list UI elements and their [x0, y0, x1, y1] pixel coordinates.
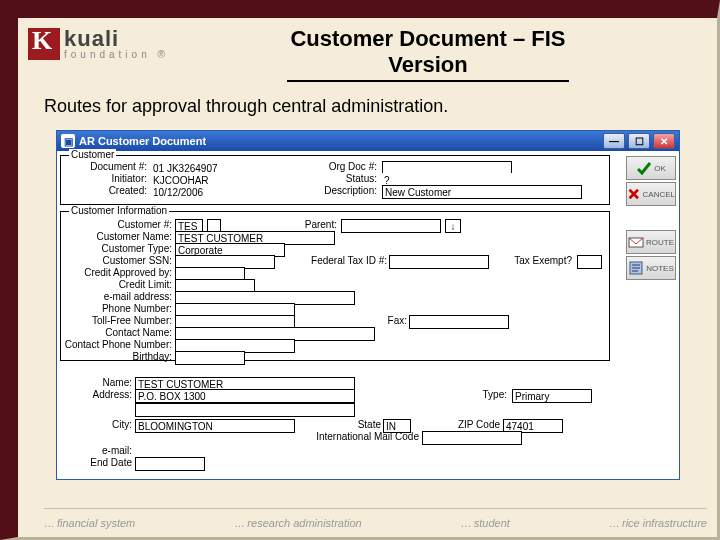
footer-d: rice infrastructure [609, 517, 707, 529]
app-icon: ▣ [61, 134, 75, 148]
slide-title: Customer Document – FIS Version [188, 26, 668, 82]
window-titlebar: ▣ AR Customer Document — ☐ ✕ [57, 131, 679, 151]
logo-mark [28, 28, 60, 60]
label-status: Status: [307, 173, 377, 184]
label-docnum: Document #: [67, 161, 147, 172]
label-phone: Phone Number: [57, 303, 172, 314]
logo-word: kuali [64, 28, 169, 50]
cancel-label: CANCEL [643, 190, 675, 199]
maximize-button[interactable]: ☐ [628, 133, 650, 149]
input-fedtax[interactable] [389, 255, 489, 269]
input-address1[interactable]: P.O. BOX 1300 [135, 389, 355, 403]
label-contact: Contact Name: [57, 327, 172, 338]
footer-a: financial system [44, 517, 135, 529]
input-intl[interactable] [422, 431, 522, 445]
minimize-button[interactable]: — [603, 133, 625, 149]
customer-legend: Customer Information [69, 205, 169, 216]
label-custname: Customer Name: [57, 231, 172, 242]
label-zip: ZIP Code [445, 419, 500, 430]
title-line2: Version [388, 52, 467, 77]
action-buttons: OK CANCEL ROUTE NOTES [626, 156, 676, 280]
label-custtype: Customer Type: [57, 243, 172, 254]
label-fax: Fax: [377, 315, 407, 326]
input-address2[interactable] [135, 403, 355, 417]
logo-subword: foundation [64, 49, 151, 60]
ok-label: OK [654, 164, 666, 173]
note-icon [628, 260, 644, 276]
label-email: e-mail address: [57, 291, 172, 302]
label-initiator: Initiator: [67, 173, 147, 184]
label-taxexempt: Tax Exempt? [502, 255, 572, 266]
footer-b: research administration [234, 517, 361, 529]
label-description: Description: [307, 185, 377, 196]
footer-divider [44, 508, 707, 509]
label-created: Created: [67, 185, 147, 196]
input-city[interactable]: BLOOMINGTON [135, 419, 295, 433]
label-intl: International Mail Code [289, 431, 419, 442]
label-email2: e-mail: [57, 445, 132, 456]
footer-c: student [461, 517, 510, 529]
x-icon [627, 186, 641, 202]
input-birthday[interactable] [175, 351, 245, 365]
parent-lookup-button[interactable]: ↓ [445, 219, 461, 233]
label-address: Address: [57, 389, 132, 400]
title-line1: Customer Document – FIS [290, 26, 565, 51]
label-city: City: [57, 419, 132, 430]
label-enddate: End Date [57, 457, 132, 468]
route-button[interactable]: ROUTE [626, 230, 676, 254]
app-window: ▣ AR Customer Document — ☐ ✕ Customer Do… [56, 130, 680, 480]
footer: financial system research administration… [44, 517, 707, 529]
label-fedtax: Federal Tax ID #: [297, 255, 387, 266]
label-type: Type: [467, 389, 507, 400]
cancel-button[interactable]: CANCEL [626, 182, 676, 206]
label-custnum: Customer #: [57, 219, 172, 230]
value-created: 10/12/2006 [151, 185, 291, 199]
label-creditlimit: Credit Limit: [57, 279, 172, 290]
input-type[interactable]: Primary [512, 389, 592, 403]
label-tollfree: Toll-Free Number: [57, 315, 172, 326]
input-description[interactable]: New Customer [382, 185, 582, 199]
window-title: AR Customer Document [79, 135, 206, 147]
close-button[interactable]: ✕ [653, 133, 675, 149]
route-label: ROUTE [646, 238, 674, 247]
notes-button[interactable]: NOTES [626, 256, 676, 280]
label-contactphone: Contact Phone Number: [57, 339, 172, 350]
notes-label: NOTES [646, 264, 674, 273]
input-taxexempt[interactable] [577, 255, 602, 269]
ok-button[interactable]: OK [626, 156, 676, 180]
input-enddate[interactable] [135, 457, 205, 471]
doc-header-legend: Customer [69, 149, 116, 160]
slide-subtitle: Routes for approval through central admi… [44, 96, 448, 117]
envelope-icon [628, 234, 644, 250]
label-birthday: Birthday: [57, 351, 172, 362]
input-parent[interactable] [341, 219, 441, 233]
label-creditapp: Credit Approved by: [57, 267, 172, 278]
brand-logo: kuali foundation ® [28, 28, 169, 60]
label-name2: Name: [57, 377, 132, 388]
label-state: State [343, 419, 381, 430]
input-fax[interactable] [409, 315, 509, 329]
label-orgdoc: Org Doc #: [307, 161, 377, 172]
logo-reg: ® [158, 49, 169, 60]
label-parent: Parent: [287, 219, 337, 230]
check-icon [636, 160, 652, 176]
label-custssn: Customer SSN: [57, 255, 172, 266]
